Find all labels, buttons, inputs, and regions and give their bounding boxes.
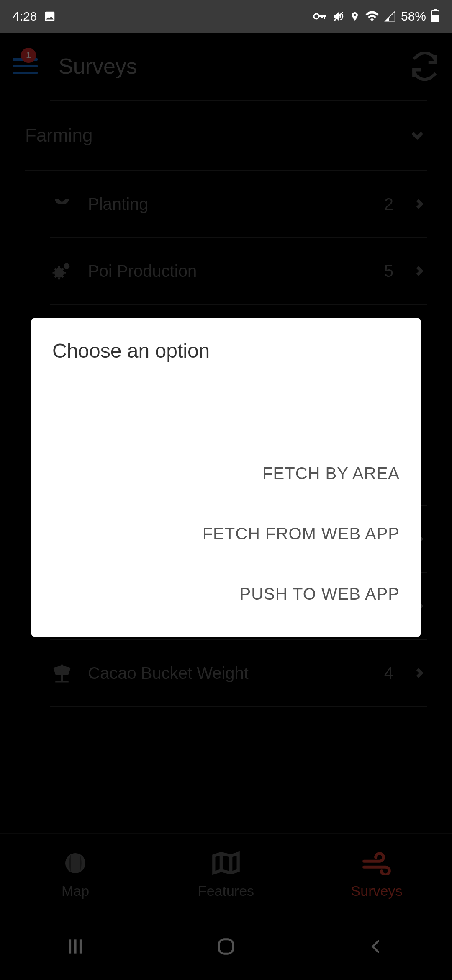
status-bar: 4:28 58% (0, 0, 452, 33)
location-icon (350, 10, 360, 23)
signal-icon (384, 10, 396, 22)
option-push-to-web-app[interactable]: PUSH TO WEB APP (52, 564, 400, 624)
svg-rect-3 (321, 15, 323, 18)
status-time: 4:28 (13, 9, 37, 23)
option-fetch-from-web-app[interactable]: FETCH FROM WEB APP (52, 503, 400, 564)
vibrate-icon (332, 10, 345, 23)
battery-icon (431, 10, 439, 22)
status-right: 58% (313, 9, 439, 23)
dialog-title: Choose an option (52, 339, 400, 362)
svg-rect-2 (324, 15, 325, 19)
choose-option-dialog: Choose an option FETCH BY AREA FETCH FRO… (31, 318, 421, 637)
wifi-icon (365, 10, 379, 22)
option-fetch-by-area[interactable]: FETCH BY AREA (52, 443, 400, 503)
picture-icon (44, 10, 56, 23)
battery-percent: 58% (401, 9, 426, 23)
status-left: 4:28 (13, 9, 56, 23)
vpn-key-icon (313, 12, 327, 21)
